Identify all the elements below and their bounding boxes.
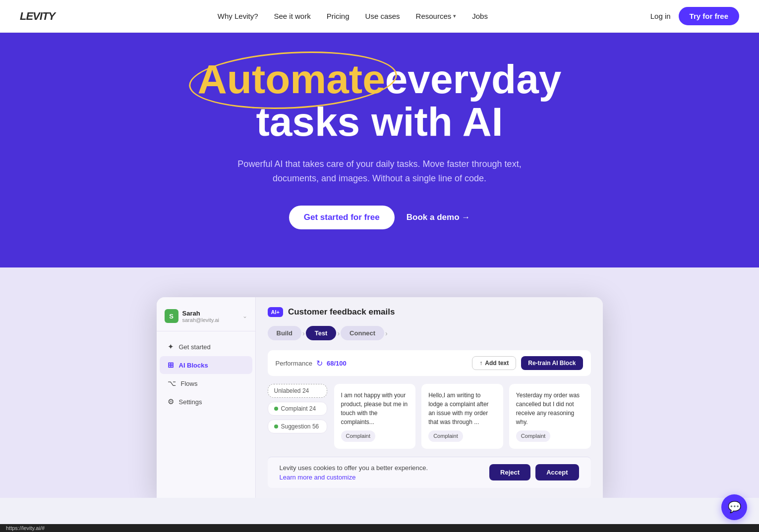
user-chevron-icon: ⌄ [242, 313, 247, 319]
perf-score: 68/100 [327, 360, 347, 367]
perf-right: ↑ Add text Re-train AI Block [472, 356, 583, 370]
label-unlabeled[interactable]: Unlabeled 24 [268, 384, 327, 398]
user-name: Sarah [182, 310, 238, 317]
sidebar-item-ai-blocks[interactable]: ⊞ AI Blocks [160, 356, 252, 374]
add-text-button[interactable]: ↑ Add text [472, 356, 516, 370]
unlabeled-label-text: Unlabeled 24 [274, 387, 309, 394]
card-text-0: I am not happy with your product, please… [341, 391, 409, 426]
navigation: LEVITY Why Levity? See it work Pricing U… [0, 0, 759, 33]
cookie-text-section: Levity uses cookies to offer you a bette… [280, 464, 428, 481]
login-link[interactable]: Log in [650, 12, 671, 20]
nav-links: Why Levity? See it work Pricing Use case… [218, 12, 488, 21]
hero-headline: Automateeverydaytasks with AI [198, 58, 562, 143]
card-text-2: Yesterday my order was cancelled but I d… [516, 391, 584, 426]
nav-resources-dropdown[interactable]: Resources ▾ [416, 12, 457, 20]
perf-left: Performance ↻ 68/100 [276, 359, 347, 368]
complaint-label-text: Complaint 24 [281, 405, 316, 412]
nav-pricing[interactable]: Pricing [327, 12, 350, 20]
ai-blocks-icon: ⊞ [168, 361, 174, 370]
sidebar-label-flows: Flows [181, 380, 198, 387]
hero-subtext: Powerful AI that takes care of your dail… [236, 157, 524, 186]
tab-build[interactable]: Build [268, 326, 302, 340]
card-text-1: Hello,I am writing to lodge a complaint … [428, 391, 496, 426]
sidebar-item-get-started[interactable]: ✦ Get started [160, 338, 252, 356]
label-complaint[interactable]: Complaint 24 [268, 402, 327, 416]
accept-button[interactable]: Accept [535, 464, 579, 480]
avatar: S [165, 309, 178, 323]
feedback-card-2: Yesterday my order was cancelled but I d… [509, 384, 591, 449]
card-badge-0: Complaint [341, 430, 376, 442]
app-sidebar: S Sarah sarah@levity.ai ⌄ ✦ Get started … [157, 297, 256, 498]
get-started-icon: ✦ [168, 342, 174, 351]
book-demo-button[interactable]: Book a demo → [407, 213, 470, 222]
arrow-up-icon: ↑ [479, 360, 482, 367]
chevron-down-icon: ▾ [453, 13, 456, 19]
performance-label: Performance [276, 360, 312, 367]
nav-use-cases[interactable]: Use cases [365, 12, 400, 20]
suggestion-dot-icon [274, 425, 278, 428]
labels-and-cards: Unlabeled 24 Complaint 24 Suggestion 56 … [268, 384, 591, 449]
nav-right: Log in Try for free [650, 7, 739, 25]
cards-row: I am not happy with your product, please… [334, 384, 591, 449]
cookie-banner: Levity uses cookies to offer you a bette… [268, 457, 591, 488]
card-badge-2: Complaint [516, 430, 551, 442]
tabs: Build › Test › Connect › [268, 326, 591, 340]
reject-button[interactable]: Reject [489, 464, 530, 480]
hero-ctas: Get started for free Book a demo → [289, 206, 470, 229]
nav-see-it-work[interactable]: See it work [274, 12, 310, 20]
app-window: S Sarah sarah@levity.ai ⌄ ✦ Get started … [157, 297, 603, 498]
feedback-card-0: I am not happy with your product, please… [334, 384, 416, 449]
main-header: AI+ Customer feedback emails [268, 307, 591, 317]
cookie-message: Levity uses cookies to offer you a bette… [280, 464, 428, 472]
complaint-dot-icon [274, 407, 278, 411]
cookie-buttons: Reject Accept [489, 464, 579, 480]
sidebar-item-flows[interactable]: ⌥ Flows [160, 374, 252, 392]
suggestion-label-text: Suggestion 56 [281, 423, 319, 430]
main-title: Customer feedback emails [288, 307, 395, 317]
user-info: Sarah sarah@levity.ai [182, 310, 238, 323]
user-email: sarah@levity.ai [182, 317, 238, 323]
user-row[interactable]: S Sarah sarah@levity.ai ⌄ [157, 305, 255, 331]
nav-jobs[interactable]: Jobs [472, 12, 488, 20]
sidebar-label-ai-blocks: AI Blocks [179, 362, 208, 369]
labels-panel: Unlabeled 24 Complaint 24 Suggestion 56 [268, 384, 327, 449]
retrain-button[interactable]: Re-train AI Block [521, 356, 583, 370]
feedback-card-1: Hello,I am writing to lodge a complaint … [421, 384, 503, 449]
flows-icon: ⌥ [168, 379, 176, 388]
tab-test[interactable]: Test [306, 326, 337, 340]
get-started-button[interactable]: Get started for free [289, 206, 395, 229]
tab-connect[interactable]: Connect [341, 326, 384, 340]
label-suggestion[interactable]: Suggestion 56 [268, 420, 327, 433]
sidebar-nav: ✦ Get started ⊞ AI Blocks ⌥ Flows ⚙ Sett… [157, 331, 255, 417]
logo[interactable]: LEVITY [20, 10, 55, 23]
cookie-learn-more-link[interactable]: Learn more and customize [280, 474, 428, 481]
perf-spinner-icon: ↻ [316, 359, 323, 368]
nav-resources-label[interactable]: Resources [416, 12, 452, 20]
hero-highlight-word: Automate [198, 58, 385, 101]
card-badge-1: Complaint [428, 430, 463, 442]
app-main: AI+ Customer feedback emails Build › Tes… [256, 297, 603, 498]
settings-icon: ⚙ [168, 397, 174, 406]
hero-section: Automateeverydaytasks with AI Powerful A… [0, 0, 759, 267]
ai-badge: AI+ [268, 307, 283, 317]
performance-bar: Performance ↻ 68/100 ↑ Add text Re-train… [268, 350, 591, 376]
sidebar-item-settings[interactable]: ⚙ Settings [160, 393, 252, 411]
try-for-free-button[interactable]: Try for free [679, 7, 739, 25]
preview-section: S Sarah sarah@levity.ai ⌄ ✦ Get started … [0, 267, 759, 498]
sidebar-label-get-started: Get started [179, 343, 211, 351]
sidebar-label-settings: Settings [179, 398, 202, 406]
nav-why-levity[interactable]: Why Levity? [218, 12, 258, 20]
